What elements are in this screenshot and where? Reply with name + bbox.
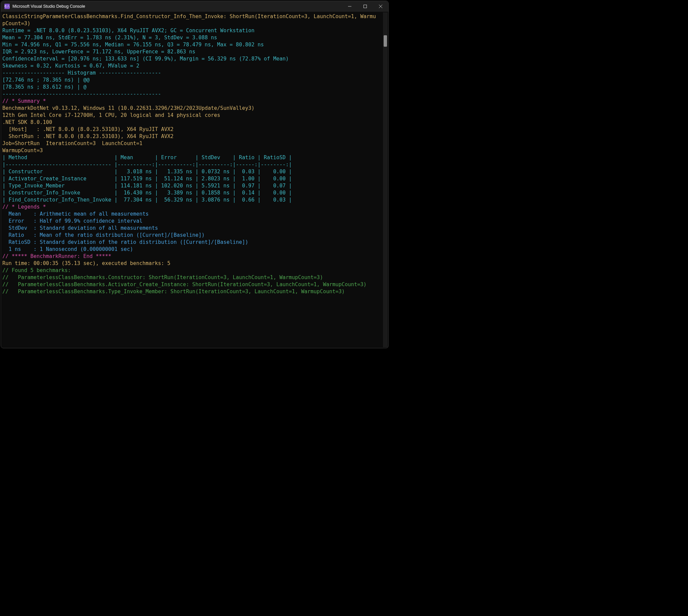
- console-line: 12th Gen Intel Core i7-12700H, 1 CPU, 20…: [2, 112, 388, 119]
- vertical-scrollbar[interactable]: [383, 13, 388, 347]
- console-line: BenchmarkDotNet v0.13.12, Windows 11 (10…: [2, 105, 388, 112]
- close-button[interactable]: [373, 1, 388, 12]
- maximize-icon: [364, 5, 367, 8]
- console-line: [Host] : .NET 8.0.0 (8.0.23.53103), X64 …: [2, 126, 388, 133]
- console-line: IQR = 2.923 ns, LowerFence = 71.172 ns, …: [2, 48, 388, 56]
- window-title: Microsoft Visual Studio Debug Console: [13, 3, 85, 10]
- console-line: ConfidenceInterval = [20.976 ns; 133.633…: [2, 56, 388, 63]
- console-line: WarmupCount=3: [2, 147, 388, 154]
- maximize-button[interactable]: [358, 1, 373, 12]
- console-line: | Activator_Create_Instance | 117.519 ns…: [2, 175, 388, 182]
- console-line: | Constructor_Info_Invoke | 16.430 ns | …: [2, 190, 388, 197]
- console-line: // ParameterlessClassBenchmarks.Type_Inv…: [2, 288, 388, 295]
- minimize-icon: [348, 5, 351, 8]
- console-line: | Constructor | 3.018 ns | 1.335 ns | 0.…: [2, 168, 388, 175]
- console-line: | Find_Constructor_Info_Then_Invoke | 77…: [2, 197, 388, 203]
- console-line: .NET SDK 8.0.100: [2, 119, 388, 126]
- debug-console-window: C:\ Microsoft Visual Studio Debug Consol…: [1, 1, 389, 348]
- console-line: Skewness = 0.32, Kurtosis = 0.67, MValue…: [2, 63, 388, 69]
- console-output[interactable]: ClassicStringParameterClassBenchmarks.Fi…: [1, 12, 388, 348]
- console-line: pCount=3): [2, 20, 388, 27]
- console-line: // * Legends *: [2, 203, 388, 211]
- console-line: Error : Half of 99.9% confidence interva…: [2, 218, 388, 225]
- console-line: | Method | Mean | Error | StdDev | Ratio…: [2, 154, 388, 161]
- console-line: Min = 74.956 ns, Q1 = 75.556 ns, Median …: [2, 41, 388, 48]
- console-line: | Type_Invoke_Member | 114.181 ns | 102.…: [2, 182, 388, 190]
- console-line: [78.365 ns ; 83.612 ns) | @: [2, 84, 388, 91]
- console-line: ----------------------------------------…: [2, 91, 388, 98]
- console-line: Job=ShortRun IterationCount=3 LaunchCoun…: [2, 140, 388, 147]
- console-line: // ParameterlessClassBenchmarks.Activato…: [2, 281, 388, 288]
- minimize-button[interactable]: [342, 1, 358, 12]
- console-line: RatioSD : Standard deviation of the rati…: [2, 239, 388, 246]
- svg-rect-1: [364, 5, 367, 8]
- console-line: Ratio : Mean of the ratio distribution (…: [2, 232, 388, 239]
- console-line: // ***** BenchmarkRunner: End *****: [2, 253, 388, 260]
- console-line: ShortRun : .NET 8.0.0 (8.0.23.53103), X6…: [2, 133, 388, 140]
- console-line: |---------------------------------- |---…: [2, 161, 388, 168]
- console-line: // ParameterlessClassBenchmarks.Construc…: [2, 274, 388, 281]
- app-icon: C:\: [4, 4, 10, 9]
- scrollbar-thumb[interactable]: [384, 35, 387, 47]
- titlebar[interactable]: C:\ Microsoft Visual Studio Debug Consol…: [1, 1, 388, 12]
- console-line: StdDev : Standard deviation of all measu…: [2, 225, 388, 232]
- close-icon: [379, 5, 382, 8]
- console-line: // Found 5 benchmarks:: [2, 267, 388, 274]
- console-line: Runtime = .NET 8.0.0 (8.0.23.53103), X64…: [2, 27, 388, 34]
- console-line: Mean : Arithmetic mean of all measuremen…: [2, 211, 388, 218]
- console-line: ClassicStringParameterClassBenchmarks.Fi…: [2, 13, 388, 20]
- console-line: // * Summary *: [2, 98, 388, 105]
- console-line: -------------------- Histogram ---------…: [2, 69, 388, 76]
- console-line: Mean = 77.304 ns, StdErr = 1.783 ns (2.3…: [2, 34, 388, 41]
- console-line: Run time: 00:00:35 (35.13 sec), executed…: [2, 260, 388, 267]
- console-line: 1 ns : 1 Nanosecond (0.000000001 sec): [2, 246, 388, 253]
- console-line: [72.746 ns ; 78.365 ns) | @@: [2, 76, 388, 84]
